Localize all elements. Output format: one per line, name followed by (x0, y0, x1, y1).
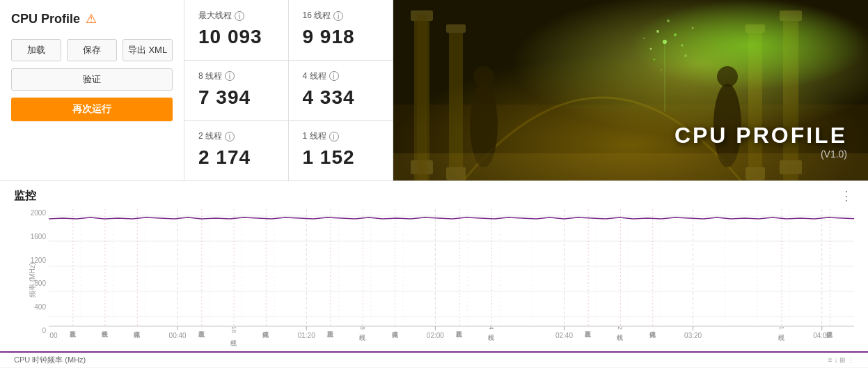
stat-2-label: 2 线程 i (198, 130, 274, 142)
stat-8-label: 8 线程 i (198, 70, 274, 82)
stat-max-threads: 最大线程 i 10 093 (184, 0, 289, 61)
title-row: CPU Profile ⚠ (11, 11, 173, 26)
warning-icon: ⚠ (86, 11, 97, 26)
svg-point-22 (681, 45, 684, 47)
stat-4-info-icon[interactable]: i (329, 71, 339, 81)
svg-point-19 (656, 30, 659, 33)
hero-title-text: CPU PROFILE (674, 123, 847, 148)
page-title: CPU Profile (11, 12, 80, 26)
svg-text:01:20: 01:20 (298, 332, 315, 339)
svg-text:04:00: 04:00 (813, 332, 830, 339)
svg-point-25 (684, 54, 687, 57)
stat-1-value: 1 152 (303, 146, 379, 169)
svg-text:正在加载: 正在加载 (70, 331, 77, 338)
stat-8thread: 8 线程 i 7 394 (184, 61, 289, 121)
chart-footer-icons: ≡ ↓ ⊞ ⋮ (828, 356, 854, 364)
svg-point-28 (661, 69, 662, 70)
svg-point-26 (643, 38, 645, 39)
stat-16-label: 16 线程 i (303, 10, 379, 22)
chart-footer-label: CPU 时钟频率 (MHz) (14, 355, 86, 365)
stat-4thread: 4 线程 i 4 334 (289, 61, 393, 121)
action-buttons-row: 加载 保存 导出 XML (11, 39, 173, 61)
svg-point-33 (717, 66, 738, 87)
stat-1thread: 1 线程 i 1 152 (289, 121, 393, 181)
svg-text:4线程: 4线程 (488, 326, 495, 342)
svg-text:02:00: 02:00 (427, 332, 444, 339)
svg-point-21 (650, 48, 652, 50)
svg-point-23 (667, 20, 670, 22)
chart-area: 正在加载 最大线程 保存完成 正在加载 16 线程 保存完成 (49, 209, 854, 351)
stat-2thread: 2 线程 i 2 174 (184, 121, 289, 181)
svg-point-20 (674, 33, 677, 36)
svg-text:正在加载: 正在加载 (199, 331, 205, 338)
stat-max-label: 最大线程 i (198, 10, 274, 22)
load-button[interactable]: 加载 (11, 39, 61, 61)
svg-text:保存完成: 保存完成 (134, 331, 141, 339)
svg-text:最大线程: 最大线程 (102, 331, 109, 338)
monitor-header: 监控 ⋮ (0, 181, 868, 206)
svg-point-27 (692, 27, 694, 29)
hero-background: CPU PROFILE (V1.0) (393, 0, 868, 181)
stat-max-info-icon[interactable]: i (235, 11, 244, 21)
svg-text:保存完成: 保存完成 (263, 331, 269, 339)
svg-text:正在加载: 正在加载 (328, 331, 334, 338)
monitor-title: 监控 (14, 189, 36, 204)
y-label-1600: 1600 (31, 233, 46, 240)
stat-8-value: 7 394 (198, 86, 274, 109)
chart-footer-controls: ≡ ↓ ⊞ ⋮ (828, 356, 854, 364)
y-axis-title: 频率 (MHz) (29, 263, 36, 298)
validate-button[interactable]: 验证 (11, 68, 173, 91)
left-panel: CPU Profile ⚠ 加载 保存 导出 XML 验证 再次运行 (0, 0, 184, 181)
hero-version-text: (V1.0) (674, 148, 847, 160)
svg-text:1线程: 1线程 (778, 326, 785, 342)
svg-text:00:40: 00:40 (169, 332, 187, 339)
stats-grid: 最大线程 i 10 093 16 线程 i 9 918 8 线程 i 7 394… (184, 0, 393, 181)
stat-2-info-icon[interactable]: i (225, 132, 235, 141)
chart-svg: 正在加载 最大线程 保存完成 正在加载 16 线程 保存完成 (49, 209, 854, 348)
stat-4-label: 4 线程 i (303, 70, 379, 82)
stat-16-info-icon[interactable]: i (333, 11, 343, 21)
stat-16-value: 9 918 (303, 26, 379, 48)
svg-text:保存完成: 保存完成 (650, 331, 656, 339)
svg-point-31 (473, 66, 494, 87)
hero-title: CPU PROFILE (V1.0) (674, 123, 847, 160)
stat-1-label: 1 线程 i (303, 130, 379, 142)
stat-max-value: 10 093 (198, 26, 274, 48)
y-label-400: 400 (34, 303, 46, 311)
save-button[interactable]: 保存 (67, 39, 117, 61)
svg-text:正在加载: 正在加载 (457, 331, 463, 338)
stat-1-info-icon[interactable]: i (329, 132, 339, 141)
stat-16thread: 16 线程 i 9 918 (289, 0, 393, 61)
export-xml-button[interactable]: 导出 XML (123, 39, 173, 61)
svg-text:正在加载: 正在加载 (585, 331, 592, 338)
stat-4-value: 4 334 (303, 86, 379, 109)
svg-text:8线程: 8线程 (359, 326, 366, 342)
hero-panel: CPU PROFILE (V1.0) (393, 0, 868, 181)
monitor-section: 监控 ⋮ 频率 (MHz) 2000 1600 1200 800 400 0 (0, 181, 868, 367)
y-label-2000: 2000 (31, 209, 46, 217)
svg-text:02:40: 02:40 (555, 332, 573, 339)
more-options-icon[interactable]: ⋮ (840, 188, 854, 204)
chart-container: 频率 (MHz) 2000 1600 1200 800 400 0 (0, 206, 868, 351)
y-label-0: 0 (42, 327, 46, 335)
svg-text:00:00: 00:00 (49, 332, 58, 339)
svg-text:03:20: 03:20 (684, 332, 702, 339)
svg-point-24 (654, 59, 656, 61)
svg-text:16 线程: 16 线程 (230, 326, 237, 347)
stat-8-info-icon[interactable]: i (225, 71, 235, 81)
svg-text:保存完成: 保存完成 (393, 331, 399, 339)
svg-text:2线程: 2线程 (617, 326, 624, 342)
stat-2-value: 2 174 (198, 146, 274, 169)
chart-footer: CPU 时钟频率 (MHz) ≡ ↓ ⊞ ⋮ (0, 351, 868, 367)
run-again-button[interactable]: 再次运行 (11, 98, 173, 121)
